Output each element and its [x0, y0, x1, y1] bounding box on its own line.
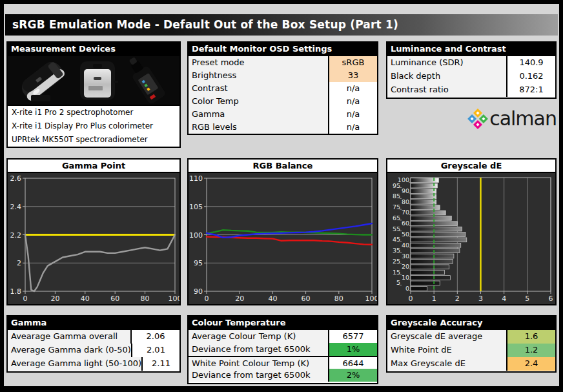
svg-text:20: 20 [402, 263, 409, 270]
panel-header: Luminance and Contrast [387, 43, 555, 56]
osd-settings-panel: Default Monitor OSD Settings Preset mode… [187, 41, 378, 135]
row-value: 2.01 [131, 344, 179, 357]
row-label: Deviance from target 6500k [189, 369, 328, 382]
row-label: Contrast [189, 82, 328, 95]
table-row: Average Gamma light (50-100)2.11 [8, 357, 179, 371]
row-value: sRGB [328, 56, 377, 69]
svg-text:50: 50 [402, 231, 409, 238]
svg-text:60: 60 [402, 220, 409, 227]
gamma-point-chart: 1.822.22.42.6020406080100 [8, 173, 179, 304]
svg-text:75: 75 [393, 203, 400, 211]
table-row: Average Colour Temp (K)6577 [189, 330, 377, 343]
device-name: X-rite i1 Display Pro Plus colorimeter [8, 119, 179, 133]
svg-text:3: 3 [478, 294, 483, 303]
panel-header: Greyscale Accuracy [387, 316, 555, 330]
row-label: Deviance from target 6500k [189, 343, 328, 356]
svg-text:80: 80 [334, 294, 343, 303]
row-label: Greyscale dE average [387, 330, 506, 344]
svg-text:100: 100 [189, 231, 203, 240]
gamma-point-chart-panel: Gamma Point 1.822.22.42.6020406080100 [6, 158, 181, 305]
report-page: sRGB Emulation Mode - Default Out of the… [0, 0, 563, 392]
svg-text:1: 1 [432, 294, 436, 303]
svg-text:2.6: 2.6 [10, 174, 22, 183]
table-row: RGB levelsn/a [189, 121, 377, 134]
chart-title: Gamma Point [8, 160, 179, 173]
row-label: Gamma [189, 108, 328, 121]
svg-text:2.2: 2.2 [10, 231, 22, 240]
svg-text:0: 0 [205, 294, 209, 303]
svg-text:40: 40 [81, 294, 90, 303]
row-value: 0.162 [506, 70, 555, 83]
svg-text:60: 60 [302, 294, 311, 303]
row-value: 2% [328, 369, 377, 382]
svg-text:35: 35 [393, 247, 400, 254]
table-row: Black depth0.162 [387, 70, 555, 83]
row-label: Average Gamma light (50-100) [8, 357, 141, 371]
svg-text:60: 60 [110, 294, 119, 303]
table-row: Deviance from target 6500k1% [189, 343, 377, 356]
table-row: Greyscale dE average1.6 [387, 330, 555, 344]
calman-diamond-icon [466, 107, 489, 130]
svg-text:0: 0 [405, 285, 409, 292]
chart-title: RGB Balance [189, 160, 377, 173]
svg-text:15: 15 [393, 269, 400, 276]
spectrophotometer-icon [12, 57, 71, 104]
row-value: 6577 [328, 330, 377, 343]
colorimeter-icon [77, 57, 118, 104]
table-row: Deviance from target 6500k2% [189, 369, 377, 382]
svg-text:5: 5 [396, 279, 400, 286]
svg-text:105: 105 [189, 203, 203, 211]
row-label: RGB levels [189, 121, 328, 134]
rgb-balance-chart-panel: RGB Balance 9095100105110020406080100 [187, 158, 378, 305]
svg-text:80: 80 [141, 294, 150, 303]
calman-logo: calman [451, 104, 557, 134]
luminance-contrast-panel: Luminance and Contrast Luminance (SDR)14… [386, 41, 557, 99]
svg-text:45: 45 [393, 236, 400, 243]
calman-logo-text: calman [489, 108, 557, 130]
rgb-balance-chart: 9095100105110020406080100 [189, 173, 377, 304]
panel-header: Measurement Devices [8, 43, 179, 56]
colour-temperature-panel: Colour Temperature Average Colour Temp (… [187, 315, 378, 384]
svg-text:2: 2 [17, 259, 21, 267]
table-row: Contrast ratio872:1 [387, 83, 555, 97]
svg-text:70: 70 [402, 209, 409, 216]
svg-text:90: 90 [402, 187, 409, 194]
svg-text:80: 80 [402, 198, 409, 205]
greyscale-accuracy-panel: Greyscale Accuracy Greyscale dE average1… [386, 315, 557, 373]
svg-text:0: 0 [23, 294, 28, 303]
svg-text:20: 20 [235, 294, 244, 303]
svg-text:95: 95 [393, 182, 400, 189]
row-value: 6644 [328, 357, 377, 369]
row-value: 33 [328, 69, 377, 82]
svg-text:100: 100 [365, 294, 378, 303]
svg-text:110: 110 [189, 174, 203, 183]
table-row: Contrastn/a [189, 82, 377, 95]
row-label: Max Greyscale dE [387, 357, 506, 371]
row-label: Avearage Gamma overall [8, 330, 130, 344]
svg-text:30: 30 [402, 253, 409, 260]
measurement-devices-panel: Measurement Devices [6, 41, 181, 148]
table-row: Avearage Gamma overall2.06 [8, 330, 179, 344]
row-value: 2.11 [141, 357, 179, 371]
table-row: Gamman/a [189, 108, 377, 121]
row-value: n/a [328, 121, 377, 134]
svg-text:65: 65 [393, 214, 400, 222]
panel-header: Colour Temperature [189, 316, 377, 330]
device-photos [8, 56, 179, 106]
table-row: Color Tempn/a [189, 95, 377, 108]
table-row: White Point dE1.2 [387, 344, 555, 357]
row-value: 1.2 [506, 344, 555, 357]
svg-text:95: 95 [194, 259, 203, 267]
svg-text:40: 40 [268, 294, 277, 303]
svg-text:6: 6 [549, 294, 553, 303]
svg-text:0: 0 [409, 294, 413, 303]
row-value: 2.4 [506, 357, 555, 371]
row-label: Brightness [189, 69, 328, 82]
row-label: White Point dE [387, 344, 506, 357]
svg-text:2.4: 2.4 [10, 203, 22, 211]
row-label: Average Colour Temp (K) [189, 330, 328, 343]
table-row: Luminance (SDR)140.9 [387, 56, 555, 70]
row-value: n/a [328, 108, 377, 121]
device-name: X-rite i1 Pro 2 spectrophotomer [8, 106, 179, 119]
svg-text:25: 25 [393, 258, 400, 265]
